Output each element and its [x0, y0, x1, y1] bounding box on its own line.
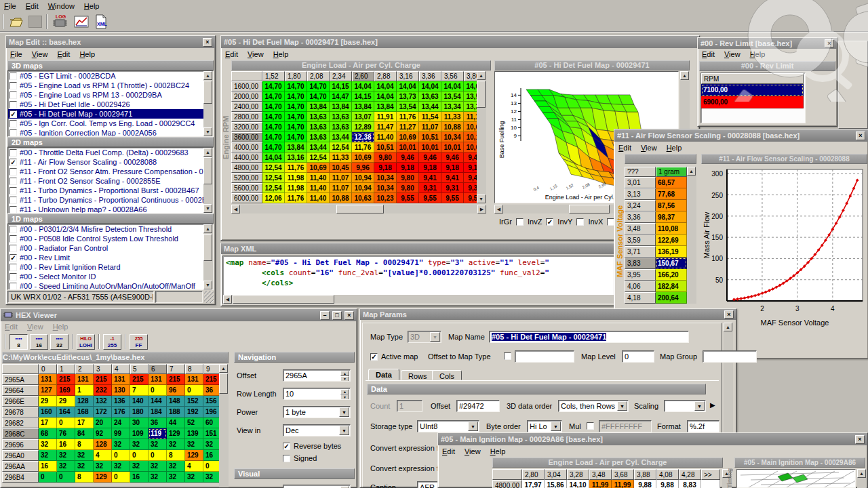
fuel-col-header[interactable]: 3,56	[441, 71, 464, 81]
fuel-row-header[interactable]: 5600,00	[231, 183, 262, 193]
map-list-item[interactable]: #00 - Radiator Fan Control	[8, 243, 213, 253]
map-list-item[interactable]: #11 - Front O2 Sensor Atm. Pressure Comp…	[8, 167, 213, 176]
ignition-cell[interactable]: 11,99	[612, 480, 634, 488]
map-list-item[interactable]: #11 - Air Flow Sensor Scaling - 00028088	[8, 157, 213, 167]
map-list-item[interactable]: #00 - P0301/2/3/4 Misfire Detection Thre…	[8, 224, 213, 234]
air-row-header[interactable]: 3,71	[625, 246, 656, 258]
map-checkbox[interactable]	[9, 159, 17, 166]
chart-icon[interactable]	[73, 14, 90, 29]
chevron-down-icon[interactable]: ▼	[551, 422, 561, 431]
fuel-cell[interactable]: 13,16	[285, 152, 307, 163]
hex-cell[interactable]: 131	[185, 374, 203, 385]
hex-cell[interactable]: 131	[149, 374, 167, 385]
map-checkbox[interactable]	[9, 129, 17, 137]
fuel-cell[interactable]: 14,04	[262, 152, 285, 163]
power-select[interactable]: 1 byte▼	[283, 406, 351, 418]
hex-cell[interactable]: 8	[75, 472, 94, 483]
hex-cell[interactable]: 119	[149, 428, 167, 439]
air-row-header[interactable]: 3,48	[625, 223, 656, 235]
reverse-bytes-checkbox[interactable]	[283, 443, 290, 450]
fuel-row-header[interactable]: 3600,00	[231, 132, 262, 142]
ignition-col-header[interactable]: >>	[701, 469, 720, 480]
ignition-cell[interactable]: 17,97	[522, 480, 545, 488]
fuel-cell[interactable]: 13,63	[307, 132, 330, 142]
tab-cols[interactable]: Cols	[432, 370, 462, 380]
fuel-cell[interactable]: 14,70	[262, 102, 285, 112]
fuel-cell[interactable]: 12,89	[352, 122, 374, 132]
fuel-cell[interactable]: 9,31	[419, 183, 441, 193]
hex-col-header[interactable]: 5	[130, 364, 149, 374]
map-list-item[interactable]: #00 - P0508 Idle Control System Low Thre…	[8, 234, 213, 243]
menu-item-edit[interactable]: Edit	[5, 323, 18, 331]
hex-cell[interactable]: 32	[149, 472, 167, 483]
scroll-up-icon[interactable]: ▲	[680, 71, 689, 80]
fuel-cell[interactable]: 14,70	[262, 142, 285, 152]
hex-cell[interactable]: 0	[149, 450, 167, 461]
hex-col-header[interactable]: 8	[185, 364, 203, 374]
fuel-cell[interactable]: 10,23	[374, 193, 397, 203]
menu-item-edit[interactable]: Edit	[702, 50, 715, 58]
fuel-cell[interactable]: 13,63	[330, 112, 352, 122]
fuel-cell[interactable]: 9,80	[374, 152, 397, 163]
map-list-item[interactable]: #00 - Select Monitor ID	[8, 272, 213, 281]
fuel-cell[interactable]: 11,76	[397, 112, 419, 122]
fuel-cell[interactable]: 10,01	[397, 142, 419, 152]
ignition-col-header[interactable]: 3,88	[634, 469, 656, 480]
hex-cell[interactable]: 8	[75, 439, 94, 450]
fuel-cell[interactable]: 12,54	[262, 183, 285, 193]
menu-item-edit[interactable]: Edit	[225, 50, 238, 58]
fuel-cell[interactable]: 11,40	[307, 183, 330, 193]
map-checkbox[interactable]	[9, 101, 17, 108]
hex-col-header[interactable]: 2	[75, 364, 94, 374]
fuel-cell[interactable]: 11,98	[285, 173, 307, 183]
air-cell[interactable]: 122,69	[656, 235, 687, 246]
map-list-item[interactable]: #05 - Hi Det Fuel Map - 00029471	[8, 109, 213, 119]
map-list-item[interactable]: #05 - Ignition Correction Map - 0002A056	[8, 128, 213, 137]
fuel-cell[interactable]: 13,63	[307, 122, 330, 132]
hex-cell[interactable]: 128	[75, 396, 94, 407]
offset-input[interactable]: 2965A▲▼	[283, 369, 351, 382]
menu-item-view[interactable]: View	[465, 447, 481, 455]
map-params-titlebar[interactable]: Map Params×	[360, 309, 736, 320]
fuel-cell[interactable]: 9,18	[419, 163, 441, 173]
fuel-cell[interactable]: 10,94	[352, 183, 374, 193]
fuel-cell[interactable]: 11,98	[285, 183, 307, 193]
close-icon[interactable]: ×	[724, 310, 734, 319]
fuel-cell[interactable]: 13,84	[330, 102, 352, 112]
fuel-cell[interactable]: 14,04	[397, 81, 419, 92]
close-icon[interactable]: ×	[855, 435, 865, 444]
xml-source[interactable]: <map name="#05 - Hi Det Fuel Map - 00029…	[223, 256, 618, 289]
hex-cell[interactable]: 131	[75, 374, 94, 385]
scroll-down-icon[interactable]: ▼	[203, 281, 212, 289]
menu-item-help[interactable]: Help	[490, 447, 506, 455]
hex-cell[interactable]: 32	[130, 461, 149, 472]
close-icon[interactable]: ×	[856, 131, 865, 140]
air-row-header[interactable]: 3,83	[625, 258, 656, 269]
rev-col-header[interactable]: RPM	[701, 73, 804, 84]
fuel-row-header[interactable]: 6000,00	[231, 193, 262, 203]
byte-order-select[interactable]: Hi Lo▼	[527, 420, 562, 432]
map-level-input[interactable]: 0	[622, 350, 654, 363]
map-type-select[interactable]: 3D▼	[408, 331, 441, 343]
scroll-up-icon[interactable]: ▲	[203, 148, 212, 157]
menu-item-help[interactable]: Help	[273, 50, 289, 58]
fuel-cell[interactable]: 9,46	[441, 152, 464, 163]
fuel-cell[interactable]: 11,33	[441, 112, 464, 122]
scroll-thumb[interactable]	[203, 157, 212, 184]
scroll-right-icon[interactable]: ▶	[477, 205, 486, 214]
ignition-col-header[interactable]: 3,48	[589, 469, 612, 480]
hex-row-header[interactable]: 2968C	[2, 428, 39, 439]
hex-row-header[interactable]: 2965A	[2, 374, 39, 385]
map-checkbox[interactable]	[9, 264, 17, 271]
minimize-icon[interactable]: –	[320, 311, 330, 320]
ignition-titlebar[interactable]: #05 - Main Ignition Map - 00029A86 [base…	[438, 433, 867, 445]
fuel-cell[interactable]: 12,54	[262, 163, 285, 173]
fuel-row-header[interactable]: 2000,00	[231, 92, 262, 102]
hex-cell[interactable]: 36	[149, 418, 167, 428]
fuel-cell[interactable]: 11,40	[307, 173, 330, 183]
scroll-thumb[interactable]	[203, 234, 212, 261]
scroll-up-icon[interactable]: ▲	[857, 469, 866, 478]
map-xml-titlebar[interactable]: Map XML	[221, 243, 620, 254]
list-vscrollbar[interactable]: ▲▼	[203, 224, 213, 289]
fuel-cell[interactable]: 13,84	[374, 102, 397, 112]
